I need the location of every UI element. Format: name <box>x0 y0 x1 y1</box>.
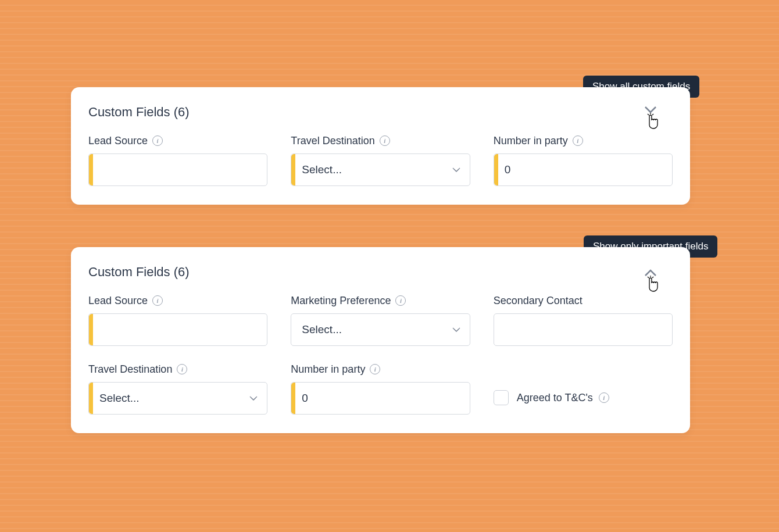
field-label: Travel Destination i <box>88 362 267 376</box>
field-travel-destination: Travel Destination i Select... <box>291 134 470 186</box>
checkbox-row: Agreed to T&C's i <box>494 382 673 405</box>
chevron-down-icon <box>249 392 258 405</box>
chevron-down-icon <box>452 163 460 176</box>
select-placeholder: Select... <box>99 392 140 405</box>
chevron-down-icon <box>452 323 460 336</box>
field-label: Lead Source i <box>88 294 267 308</box>
field-number-in-party: Number in party i 0 <box>291 362 470 415</box>
info-icon[interactable]: i <box>177 364 187 374</box>
info-icon[interactable]: i <box>152 135 163 146</box>
field-travel-destination: Travel Destination i Select... <box>88 362 267 415</box>
info-icon[interactable]: i <box>380 135 390 146</box>
info-icon[interactable]: i <box>370 364 380 374</box>
field-label: Number in party i <box>291 362 470 376</box>
cursor-pointer-icon <box>645 112 660 130</box>
panel-title: Custom Fields (6) <box>88 105 673 120</box>
field-label: Travel Destination i <box>291 134 470 148</box>
info-icon[interactable]: i <box>152 295 163 306</box>
field-lead-source: Lead Source i <box>88 294 267 346</box>
lead-source-input[interactable] <box>88 153 267 186</box>
field-secondary-contact: Secondary Contact <box>494 294 673 346</box>
number-in-party-input[interactable]: 0 <box>291 382 470 415</box>
field-agreed-tcs: Agreed to T&C's i <box>494 362 673 415</box>
input-value: 0 <box>505 163 511 176</box>
label-text: Lead Source <box>88 135 148 147</box>
field-number-in-party: Number in party i 0 <box>494 134 673 186</box>
select-placeholder: Select... <box>302 323 342 336</box>
agreed-tcs-checkbox[interactable] <box>494 390 509 405</box>
panel-title: Custom Fields (6) <box>88 265 673 280</box>
custom-fields-panel-collapsed: Custom Fields (6) Lead Source i Travel D… <box>71 87 690 205</box>
field-lead-source: Lead Source i <box>88 134 267 186</box>
label-text: Travel Destination <box>88 363 172 376</box>
label-text: Marketing Preference <box>291 295 391 307</box>
label-text: Secondary Contact <box>494 295 583 307</box>
custom-fields-panel-expanded: Custom Fields (6) Lead Source i Marketin… <box>71 247 690 433</box>
fields-row: Lead Source i Travel Destination i Selec… <box>88 134 673 186</box>
secondary-contact-input[interactable] <box>494 313 673 346</box>
fields-row: Travel Destination i Select... Number in… <box>88 362 673 415</box>
number-in-party-input[interactable]: 0 <box>494 153 673 186</box>
svg-line-0 <box>648 114 649 115</box>
field-label: Secondary Contact <box>494 294 673 308</box>
cursor-pointer-icon <box>645 275 660 292</box>
label-text: Number in party <box>291 363 365 376</box>
checkbox-label: Agreed to T&C's i <box>517 392 609 404</box>
label-text: Lead Source <box>88 295 148 307</box>
svg-line-5 <box>652 277 653 278</box>
label-text: Travel Destination <box>291 135 374 147</box>
fields-row: Lead Source i Marketing Preference i Sel… <box>88 294 673 346</box>
svg-line-3 <box>648 277 649 278</box>
info-icon[interactable]: i <box>599 392 609 403</box>
input-value: 0 <box>302 392 308 405</box>
field-label: Marketing Preference i <box>291 294 470 308</box>
info-icon[interactable]: i <box>573 135 583 146</box>
field-label <box>494 362 673 376</box>
svg-line-2 <box>652 114 653 115</box>
label-text: Number in party <box>494 135 568 147</box>
select-placeholder: Select... <box>302 163 342 176</box>
label-text: Agreed to T&C's <box>517 392 593 404</box>
travel-destination-select[interactable]: Select... <box>291 153 470 186</box>
travel-destination-select[interactable]: Select... <box>88 382 267 415</box>
field-label: Number in party i <box>494 134 673 148</box>
lead-source-input[interactable] <box>88 313 267 346</box>
field-marketing-preference: Marketing Preference i Select... <box>291 294 470 346</box>
field-label: Lead Source i <box>88 134 267 148</box>
marketing-preference-select[interactable]: Select... <box>291 313 470 346</box>
info-icon[interactable]: i <box>395 295 406 306</box>
